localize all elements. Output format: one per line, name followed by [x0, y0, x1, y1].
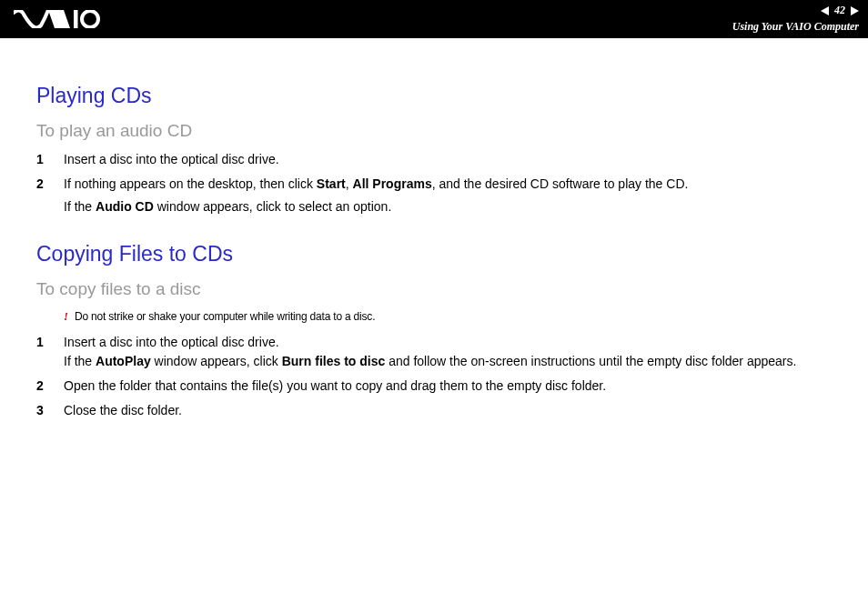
step-body: Close the disc folder. — [64, 401, 850, 420]
header-section-title: Using Your VAIO Computer — [732, 20, 859, 35]
list-item: 2 Open the folder that contains the file… — [36, 377, 850, 396]
svg-rect-0 — [74, 10, 78, 28]
step-number: 2 — [36, 377, 64, 396]
step-subline: If the Audio CD window appears, click to… — [64, 197, 850, 216]
step-subline: If the AutoPlay window appears, click Bu… — [64, 352, 850, 371]
header-bar: 42 Using Your VAIO Computer — [0, 0, 868, 38]
prev-page-arrow-icon[interactable] — [821, 6, 829, 15]
page-nav: 42 — [732, 4, 859, 18]
header-right: 42 Using Your VAIO Computer — [732, 4, 859, 34]
warning-note: ! Do not strike or shake your computer w… — [64, 310, 850, 324]
step-number: 1 — [36, 333, 64, 371]
list-item: 1 Insert a disc into the optical disc dr… — [36, 150, 850, 169]
section2-subheading: To copy files to a disc — [36, 279, 850, 299]
step-body: Open the folder that contains the file(s… — [64, 377, 850, 396]
step-number: 3 — [36, 401, 64, 420]
svg-point-1 — [82, 11, 98, 27]
warning-icon: ! — [64, 310, 75, 324]
section2-steps: 1 Insert a disc into the optical disc dr… — [36, 333, 850, 420]
section1-heading: Playing CDs — [36, 84, 850, 108]
step-body: Insert a disc into the optical disc driv… — [64, 150, 850, 169]
list-item: 3 Close the disc folder. — [36, 401, 850, 420]
next-page-arrow-icon[interactable] — [851, 6, 859, 15]
section1-subheading: To play an audio CD — [36, 121, 850, 141]
section2-heading: Copying Files to CDs — [36, 242, 850, 266]
page-number: 42 — [833, 4, 847, 18]
vaio-logo — [14, 0, 100, 38]
step-number: 2 — [36, 175, 64, 216]
step-body: If nothing appears on the desktop, then … — [64, 175, 850, 216]
list-item: 2 If nothing appears on the desktop, the… — [36, 175, 850, 216]
warning-text: Do not strike or shake your computer whi… — [75, 310, 375, 324]
section1-steps: 1 Insert a disc into the optical disc dr… — [36, 150, 850, 216]
step-number: 1 — [36, 150, 64, 169]
page-content: Playing CDs To play an audio CD 1 Insert… — [0, 38, 868, 464]
list-item: 1 Insert a disc into the optical disc dr… — [36, 333, 850, 371]
step-body: Insert a disc into the optical disc driv… — [64, 333, 850, 371]
